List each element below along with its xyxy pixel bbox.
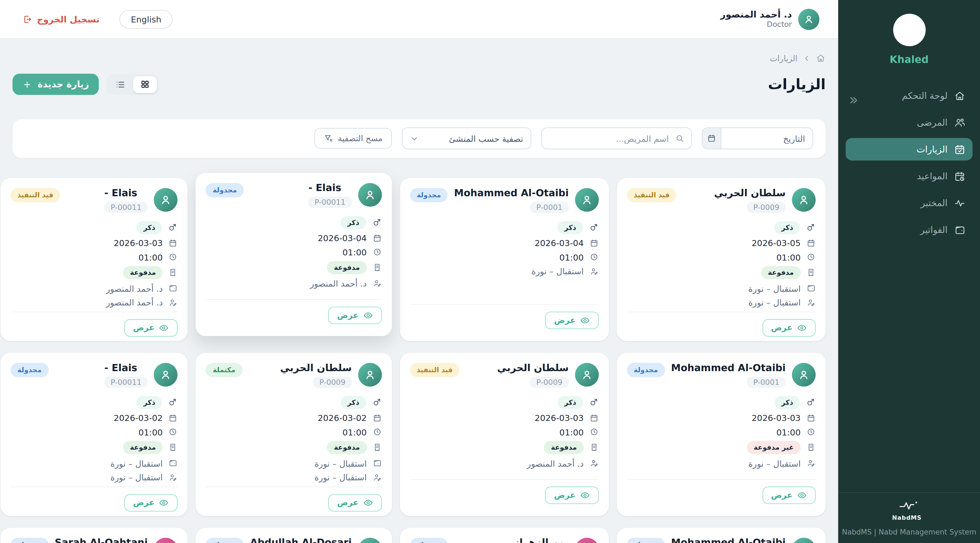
gender-badge: ذكر (775, 396, 800, 409)
sidebar-item-appointments[interactable]: المواعيد (846, 165, 973, 187)
male-icon (805, 222, 816, 233)
calendar-icon (169, 238, 178, 248)
patient-name: Mohammed Al-Otaibi (671, 363, 786, 374)
date-row: 2026-03-02 (10, 413, 178, 423)
gender-badge: ذكر (775, 221, 800, 234)
visit-card: - Elais P-00011 قيد التنفيذ ذكر 2026-03-… (0, 178, 188, 341)
visit-creator: استقبال – نورة (110, 472, 163, 482)
calendar-icon (807, 238, 816, 248)
filter-bar: تصفية حسب المنشئ مسح التصفية (13, 119, 826, 158)
visit-date: 2026-03-05 (752, 238, 800, 248)
plus-icon (22, 80, 32, 89)
view-visit-button[interactable]: عرض (545, 486, 599, 504)
visit-card: - Elais P-00011 مجدولة ذكر 2026-03-02 01… (0, 353, 188, 516)
gender-row: ذكر (627, 396, 816, 409)
gender-badge: ذكر (340, 396, 366, 409)
calendar-picker-button[interactable] (703, 129, 721, 149)
language-toggle-button[interactable]: English (120, 10, 173, 28)
current-user[interactable]: د. أحمد المنصور Doctor (720, 8, 819, 30)
patient-id-badge: P-0009 (530, 376, 569, 387)
activity-icon (954, 197, 966, 209)
creator-row: د. أحمد المنصور (10, 297, 178, 308)
patient-search-field (541, 127, 692, 149)
grid-view-button[interactable] (134, 76, 157, 93)
view-visit-button[interactable]: عرض (762, 486, 816, 504)
status-badge: مجدولة (206, 538, 244, 543)
visit-date: 2026-03-04 (318, 233, 367, 243)
creator-row: استقبال – نورة (10, 472, 178, 482)
patient-name: Mohammed Al-Otaibi (454, 188, 569, 199)
clock-icon (169, 427, 178, 437)
user-edit-icon (807, 459, 816, 468)
male-icon (805, 397, 816, 408)
patient-avatar (575, 188, 599, 211)
clear-filters-button[interactable]: مسح التصفية (314, 129, 392, 149)
sidebar-collapse-button[interactable] (847, 94, 860, 107)
date-row: 2026-03-05 (627, 238, 816, 248)
payment-row: مدفوعة (410, 441, 598, 454)
view-visit-button[interactable]: عرض (328, 494, 382, 511)
view-button-label: عرض (554, 316, 576, 325)
eye-icon (797, 490, 807, 500)
view-visit-button[interactable]: عرض (124, 319, 178, 337)
creator-filter-select[interactable]: تصفية حسب المنشئ (402, 127, 531, 149)
sidebar-item-dashboard[interactable]: لوحة التحكم (846, 84, 973, 107)
visit-card: Mohammed Al-Otaibi P-0001 مجدولة عرض (617, 528, 826, 543)
calendar-icon (589, 238, 599, 248)
visits-grid: سلطان الحربي P-0009 قيد التنفيذ ذكر 2026… (13, 178, 826, 543)
view-visit-button[interactable]: عرض (328, 306, 382, 324)
view-visit-button[interactable]: عرض (124, 494, 178, 511)
visit-creator: استقبال – نورة (531, 266, 584, 276)
sidebar: Khaled لوحة التحكم المرضى الزيارات الموا… (838, 0, 980, 543)
sidebar-item-laboratory[interactable]: المختبر (846, 192, 973, 214)
view-button-label: عرض (337, 498, 359, 507)
visit-time: 01:00 (342, 427, 367, 437)
nabdms-logo: NabdMS (897, 500, 922, 522)
payment-row: مدفوعة (627, 266, 816, 279)
new-visit-button[interactable]: زيارة جديدة (13, 74, 99, 95)
date-input[interactable] (721, 133, 812, 144)
patient-avatar (792, 188, 816, 211)
wallet-icon (169, 284, 178, 293)
sidebar-item-invoices[interactable]: الفواتير (846, 219, 973, 241)
chevron-left-icon (802, 54, 811, 62)
user-edit-icon (169, 298, 178, 307)
male-icon (589, 222, 599, 233)
gender-row: ذكر (410, 396, 598, 409)
list-view-button[interactable] (108, 76, 132, 93)
date-row: 2026-03-03 (10, 238, 178, 248)
patient-search-input[interactable] (549, 133, 670, 144)
sidebar-profile-name: Khaled (838, 54, 980, 65)
wallet-creator: د. أحمد المنصور (106, 283, 163, 294)
home-icon (954, 89, 966, 101)
payment-row: مدفوعة (10, 441, 178, 454)
sidebar-profile-avatar[interactable] (893, 14, 926, 46)
receipt-icon (372, 443, 382, 452)
receipt-icon (807, 443, 816, 452)
gender-row: ذكر (206, 396, 382, 409)
logout-button[interactable]: تسجيل الخروج (19, 13, 103, 25)
view-visit-button[interactable]: عرض (545, 311, 599, 329)
eye-icon (797, 323, 807, 333)
date-filter-field (702, 127, 813, 149)
home-icon[interactable] (816, 53, 826, 63)
patient-avatar (792, 363, 816, 386)
grid-icon (140, 79, 150, 90)
visit-date: 2026-03-03 (114, 238, 163, 248)
payment-row: غير مدفوعة (627, 441, 816, 454)
time-row: 01:00 (410, 427, 598, 437)
users-icon (954, 117, 966, 129)
payment-badge: مدفوعة (544, 441, 584, 454)
sidebar-item-visits[interactable]: الزيارات (846, 138, 973, 160)
patient-avatar (154, 363, 178, 386)
view-visit-button[interactable]: عرض (762, 319, 816, 337)
person-icon (797, 193, 811, 206)
chevron-down-icon (410, 134, 419, 143)
breadcrumb: الزيارات (13, 53, 826, 63)
clock-icon (589, 252, 599, 262)
time-row: 01:00 (627, 252, 816, 262)
gender-row: ذكر (206, 216, 382, 229)
creator-row: استقبال – نورة (410, 266, 598, 276)
sidebar-item-patients[interactable]: المرضى (846, 111, 973, 133)
wallet-row: د. أحمد المنصور (10, 283, 178, 294)
